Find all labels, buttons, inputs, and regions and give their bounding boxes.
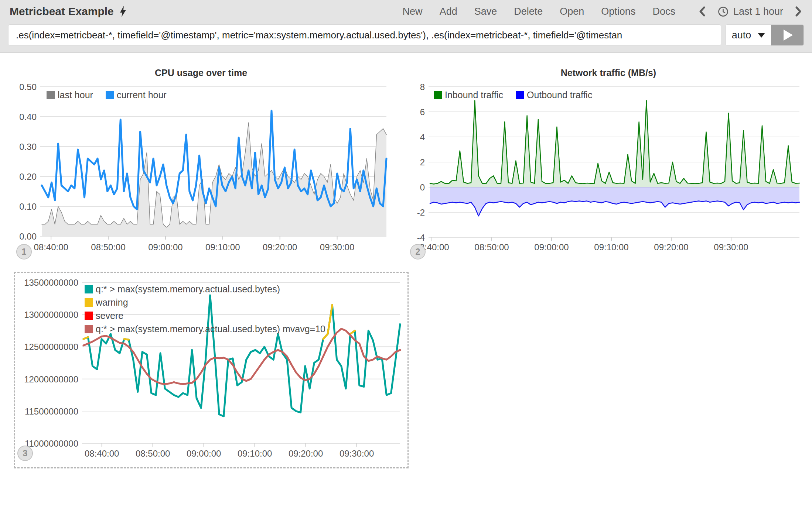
- x-axis-label: 09:20:00: [263, 242, 297, 252]
- time-range-label: Last 1 hour: [733, 6, 783, 17]
- x-axis-label: 09:10:00: [238, 448, 272, 458]
- time-range-button[interactable]: Last 1 hour: [717, 6, 783, 17]
- series-area-fill: [430, 187, 799, 216]
- series-q-max-system-memory-actual-used-bytes-mvavg-10: [83, 329, 400, 384]
- menu-new-button[interactable]: New: [403, 6, 423, 17]
- y-axis-label: 11500000000: [25, 406, 78, 416]
- x-axis-label: 08:50:00: [474, 242, 509, 252]
- legend-swatch: [85, 285, 93, 293]
- x-axis-label: 08:40:00: [34, 242, 68, 252]
- y-axis-label: 0.00: [19, 231, 37, 241]
- x-axis-label: 09:30:00: [320, 242, 354, 252]
- cpu-chart-plot[interactable]: 0.500.400.300.200.100.0008:40:0008:50:00…: [10, 54, 392, 265]
- legend-label: last hour: [58, 90, 93, 100]
- x-axis-label: 09:00:00: [534, 242, 569, 252]
- y-axis-label: 0.10: [19, 202, 37, 212]
- legend-item: warning: [85, 297, 325, 308]
- legend-item: current hour: [106, 90, 167, 100]
- legend-item: Inbound traffic: [434, 90, 503, 100]
- legend-label: current hour: [117, 90, 167, 100]
- panel-number-badge: 2: [410, 244, 426, 260]
- legend-item: severe: [85, 310, 325, 321]
- app-title: Metricbeat Example: [10, 5, 127, 18]
- y-axis-label: 11000000000: [25, 439, 78, 448]
- interval-group: auto: [726, 24, 804, 46]
- x-axis-label: 09:10:00: [205, 242, 240, 252]
- menu-docs-button[interactable]: Docs: [652, 6, 675, 17]
- memory-chart-legend: q:* > max(system.memory.actual.used.byte…: [85, 284, 325, 334]
- x-axis-label: 08:50:00: [136, 448, 170, 458]
- legend-swatch: [85, 298, 93, 307]
- timelion-bolt-icon: [119, 6, 127, 17]
- legend-swatch: [85, 312, 93, 320]
- cpu-chart-legend: last hourcurrent hour: [47, 90, 167, 100]
- legend-label: severe: [96, 310, 123, 321]
- legend-label: Inbound traffic: [445, 90, 503, 100]
- caret-down-icon: [758, 33, 765, 38]
- clock-icon: [717, 6, 729, 17]
- chart-panel-network[interactable]: Network traffic (MB/s) 86420-2-408:40:00…: [415, 54, 802, 265]
- legend-item: q:* > max(system.memory.actual.used.byte…: [85, 324, 325, 334]
- app-title-text: Metricbeat Example: [10, 5, 114, 18]
- x-axis-label: 09:20:00: [289, 448, 323, 458]
- interval-select[interactable]: auto: [726, 25, 771, 45]
- y-axis-label: 4: [420, 132, 425, 142]
- legend-swatch: [516, 91, 524, 99]
- legend-label: q:* > max(system.memory.actual.used.byte…: [96, 284, 280, 295]
- chevron-left-icon: [698, 6, 706, 17]
- chart-panel-memory-selected[interactable]: 1350000000013000000000125000000001200000…: [14, 272, 409, 468]
- play-icon: [784, 30, 793, 41]
- menu-open-button[interactable]: Open: [560, 6, 584, 17]
- legend-label: q:* > max(system.memory.actual.used.byte…: [96, 324, 325, 334]
- legend-swatch: [434, 91, 442, 99]
- legend-swatch: [85, 325, 93, 333]
- menu-options-button[interactable]: Options: [601, 6, 635, 17]
- query-bar: auto: [0, 23, 812, 53]
- y-axis-label: 12000000000: [24, 374, 78, 384]
- y-axis-label: 0.50: [19, 82, 37, 92]
- y-axis-label: 0.30: [19, 142, 37, 152]
- legend-label: Outbound traffic: [527, 90, 592, 100]
- y-axis-label: 0.40: [19, 112, 37, 122]
- y-axis-label: 12500000000: [24, 342, 78, 352]
- y-axis-label: -4: [417, 233, 425, 243]
- time-picker: Last 1 hour: [698, 6, 802, 17]
- y-axis-label: 0.20: [19, 172, 37, 182]
- y-axis-label: -2: [417, 207, 425, 217]
- x-axis-label: 08:40:00: [85, 448, 119, 458]
- x-axis-label: 09:30:00: [714, 242, 748, 252]
- time-step-back-button[interactable]: [698, 6, 706, 17]
- y-axis-label: 2: [420, 157, 425, 167]
- network-chart-plot[interactable]: 86420-2-408:40:0008:50:0009:00:0009:10:0…: [415, 54, 802, 265]
- time-step-forward-button[interactable]: [794, 6, 802, 17]
- y-axis-label: 6: [420, 107, 425, 117]
- timelion-expression-input[interactable]: [8, 24, 721, 46]
- menu-add-button[interactable]: Add: [440, 6, 457, 17]
- legend-item: last hour: [47, 90, 93, 100]
- legend-swatch: [106, 91, 114, 99]
- x-axis-label: 09:00:00: [148, 242, 182, 252]
- legend-item: q:* > max(system.memory.actual.used.byte…: [85, 284, 325, 295]
- interval-value: auto: [732, 30, 751, 41]
- y-axis-label: 13500000000: [24, 278, 78, 288]
- legend-item: Outbound traffic: [516, 90, 592, 100]
- dashboard-content: CPU usage over time 0.500.400.300.200.10…: [0, 53, 812, 519]
- menu-save-button[interactable]: Save: [474, 6, 497, 17]
- x-axis-label: 09:00:00: [187, 448, 221, 458]
- x-axis-label: 09:30:00: [340, 448, 374, 458]
- chart-panel-cpu[interactable]: CPU usage over time 0.500.400.300.200.10…: [10, 54, 392, 265]
- y-axis-label: 13000000000: [24, 310, 78, 320]
- menu-delete-button[interactable]: Delete: [514, 6, 543, 17]
- y-axis-label: 8: [420, 82, 425, 92]
- x-axis-label: 09:10:00: [594, 242, 628, 252]
- legend-label: warning: [96, 297, 128, 308]
- x-axis-label: 09:20:00: [654, 242, 688, 252]
- network-chart-legend: Inbound trafficOutbound traffic: [434, 90, 592, 100]
- legend-swatch: [47, 91, 55, 99]
- chevron-right-icon: [794, 6, 802, 17]
- top-menu: New Add Save Delete Open Options Docs La…: [403, 6, 802, 17]
- panel-number-badge: 3: [17, 446, 33, 461]
- run-query-button[interactable]: [771, 25, 804, 45]
- panel-number-badge: 1: [16, 244, 32, 260]
- top-navbar: Metricbeat Example New Add Save Delete O…: [0, 0, 812, 23]
